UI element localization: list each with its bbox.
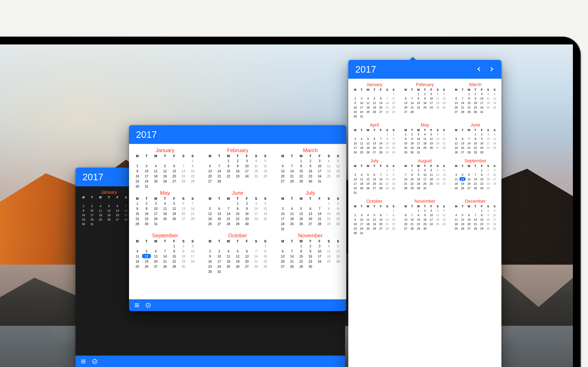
day-cell[interactable]: 1 [384,132,390,137]
day-cell[interactable]: 16 [352,105,358,110]
day-cell[interactable]: 4 [224,249,233,254]
day-cell[interactable]: 16 [142,211,151,216]
day-cell[interactable]: 17 [315,254,324,259]
day-cell[interactable]: 6 [371,137,378,141]
day-cell[interactable]: 5 [233,249,242,254]
day-cell[interactable]: 24 [242,174,251,179]
day-cell[interactable]: 19 [333,169,343,174]
day-cell[interactable]: 2 [409,132,415,137]
day-cell[interactable]: 17 [242,169,251,174]
day-cell[interactable]: 7 [409,96,415,101]
day-cell[interactable]: 7 [409,213,415,217]
day-cell[interactable]: 8 [384,173,390,177]
day-cell[interactable]: 29 [324,221,333,226]
day-cell[interactable]: 11 [453,177,459,182]
day-cell[interactable]: 11 [365,217,371,222]
day-cell[interactable]: 4 [324,244,333,249]
day-cell[interactable]: 18 [453,182,459,186]
day-cell[interactable]: 30 [472,110,479,114]
day-cell[interactable]: 21 [472,182,479,186]
day-cell[interactable]: 20 [371,146,378,150]
day-cell[interactable]: 2 [333,201,343,206]
day-cell[interactable]: 20 [441,177,447,182]
day-cell[interactable]: 12 [428,137,434,141]
day-cell[interactable]: 27 [306,221,315,226]
day-cell[interactable]: 25 [492,146,498,150]
day-cell[interactable]: 1 [415,92,422,96]
day-cell[interactable]: 3 [485,132,491,137]
day-cell[interactable]: 11 [428,173,434,177]
day-cell[interactable]: 27 [434,146,441,150]
day-cell[interactable]: 16 [133,174,142,179]
day-cell[interactable]: 28 [160,264,169,269]
day-cell[interactable]: 18 [422,141,428,146]
day-cell[interactable]: 12 [492,96,498,101]
day-cell[interactable]: 27 [459,150,466,155]
day-cell[interactable]: 19 [261,169,270,174]
day-cell[interactable]: 1 [324,201,333,206]
day-cell[interactable]: 12 [170,206,179,211]
day-cell[interactable]: 15 [479,177,485,182]
day-cell[interactable]: 29 [233,221,242,226]
day-cell[interactable]: 20 [278,259,287,264]
day-cell[interactable]: 24 [352,150,358,155]
day-cell[interactable]: 25 [324,259,333,264]
day-cell[interactable]: 22 [390,222,397,226]
day-cell[interactable]: 13 [170,169,179,174]
day-cell[interactable]: 16 [415,177,422,182]
day-cell[interactable]: 24 [278,221,287,226]
day-cell[interactable]: 6 [306,206,315,211]
day-cell[interactable]: 24 [358,110,365,114]
day-cell[interactable]: 5 [434,168,441,173]
day-cell[interactable]: 21 [315,216,324,221]
day-cell[interactable]: 13 [278,169,287,174]
day-cell[interactable]: 14 [287,254,296,259]
day-cell[interactable]: 4 [492,132,498,137]
day-cell[interactable]: 11 [251,164,261,169]
day-cell[interactable]: 31 [88,222,96,226]
day-cell[interactable]: 2 [205,249,215,254]
day-cell[interactable]: 4 [358,137,365,141]
day-cell[interactable]: 9 [205,254,215,259]
day-cell[interactable]: 28 [441,146,447,150]
day-cell[interactable]: 28 [188,216,197,221]
day-cell[interactable]: 22 [415,105,422,110]
day-cell[interactable]: 10 [428,213,434,217]
day-cell[interactable]: 30 [306,264,315,269]
day-cell[interactable]: 17 [142,174,151,179]
day-cell[interactable]: 20 [453,105,459,110]
day-cell[interactable]: 6 [151,249,160,254]
day-cell[interactable]: 11 [287,211,296,216]
day-cell[interactable]: 10 [485,137,491,141]
day-cell[interactable]: 3 [358,96,365,101]
day-cell[interactable]: 18 [492,141,498,146]
day-cell[interactable]: 12 [371,101,378,105]
day-cell[interactable]: 15 [170,254,179,259]
day-cell[interactable]: 26 [453,150,459,155]
day-cell[interactable]: 2 [242,201,251,206]
day-cell[interactable]: 27 [113,217,122,222]
day-cell[interactable]: 19 [441,217,447,222]
day-cell[interactable]: 13 [402,101,409,105]
day-cell[interactable]: 23 [479,146,485,150]
day-cell[interactable]: 14 [251,254,261,259]
day-cell[interactable]: 24 [428,105,434,110]
day-cell[interactable]: 20 [466,182,472,186]
day-cell[interactable]: 14 [472,217,479,222]
day-cell[interactable]: 5 [170,201,179,206]
day-cell[interactable]: 27 [278,179,287,184]
day-cell[interactable]: 7 [160,249,169,254]
day-cell[interactable]: 19 [333,254,343,259]
day-cell[interactable]: 13 [215,211,224,216]
day-cell[interactable]: 7 [287,164,296,169]
day-cell[interactable]: 5 [371,213,378,217]
day-cell[interactable]: 25 [365,226,371,231]
day-cell[interactable]: 16 [79,213,88,217]
day-cell[interactable]: 22 [384,182,390,186]
day-cell[interactable]: 2 [485,168,491,173]
day-cell[interactable]: 7 [441,132,447,137]
day-cell[interactable]: 21 [378,146,384,150]
day-cell[interactable]: 18 [96,213,105,217]
day-cell[interactable]: 15 [188,169,197,174]
day-cell[interactable]: 4 [96,204,105,208]
